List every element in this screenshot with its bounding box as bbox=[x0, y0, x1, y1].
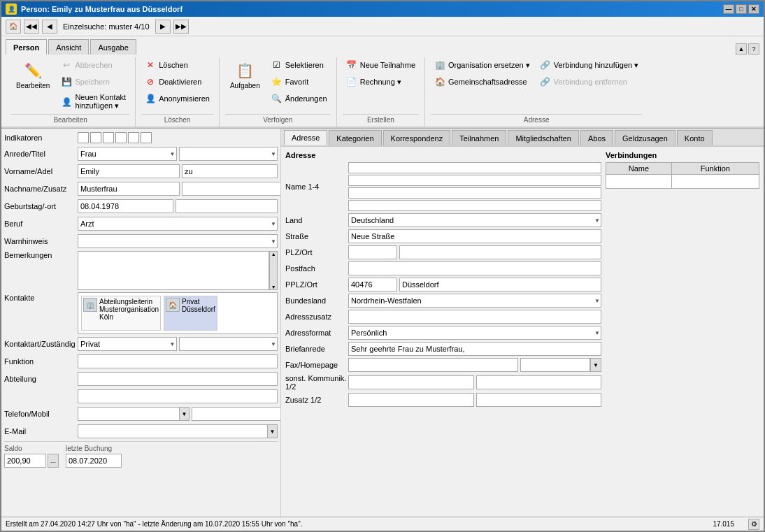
aufgaben-button[interactable]: 📋 Aufgaben bbox=[225, 57, 265, 92]
minimize-button[interactable]: — bbox=[723, 4, 734, 14]
nachname-zusatz-input[interactable] bbox=[182, 182, 281, 196]
neuen-kontakt-button[interactable]: 👤 Neuen Kontakthinzufügen ▾ bbox=[57, 91, 129, 113]
kontakt-item-1[interactable]: 🏢 Abteilungsleiterin Musterorganisation … bbox=[81, 296, 161, 331]
menu-tab-ausgabe[interactable]: Ausgabe bbox=[90, 39, 136, 55]
tab-mitgliedschaften[interactable]: Mitgliedschaften bbox=[508, 130, 579, 145]
kontakt-item-2[interactable]: 🏠 Privat Düsseldorf bbox=[164, 296, 217, 331]
tab-bar: Adresse Kategorien Korrespondenz Teilnah… bbox=[281, 129, 764, 147]
kontaktart-select[interactable]: Privat bbox=[78, 337, 177, 351]
home-button[interactable]: 🏠 bbox=[6, 20, 21, 34]
prev-button[interactable]: ◀ bbox=[42, 20, 57, 34]
geburtstag-input[interactable] bbox=[78, 199, 173, 213]
email-dropdown[interactable]: ▼ bbox=[268, 424, 278, 438]
tab-adresse[interactable]: Adresse bbox=[284, 130, 327, 145]
geburtsort-input[interactable] bbox=[176, 199, 278, 213]
titel-select[interactable] bbox=[179, 147, 278, 161]
erstellen-label: Erstellen bbox=[343, 114, 419, 124]
verbindung-hinzu-button[interactable]: 🔗 Verbindung hinzufügen ▾ bbox=[536, 57, 643, 73]
funktion-input[interactable] bbox=[78, 354, 278, 368]
end-button[interactable]: ▶▶ bbox=[173, 20, 189, 34]
abteilung-label: Abteilung bbox=[4, 375, 78, 383]
rechnung-button[interactable]: 📄 Rechnung ▾ bbox=[343, 74, 419, 89]
briefanrede-input[interactable] bbox=[348, 342, 601, 356]
sonst2-input[interactable] bbox=[476, 375, 602, 389]
name1-input[interactable] bbox=[348, 162, 601, 173]
help-button[interactable]: ? bbox=[748, 43, 759, 55]
saldo-input[interactable] bbox=[4, 454, 46, 468]
saldo-row: Saldo … letzte Buchung bbox=[4, 445, 278, 468]
saldo-more-button[interactable]: … bbox=[48, 454, 59, 468]
zustaendig-select[interactable] bbox=[179, 337, 278, 351]
restore-button[interactable]: □ bbox=[736, 4, 747, 14]
abteilung-input2[interactable] bbox=[78, 389, 278, 403]
land-select[interactable]: Deutschland bbox=[348, 213, 601, 227]
fax-input[interactable] bbox=[348, 358, 518, 372]
vorname-label: Vorname/Adel bbox=[4, 167, 78, 175]
name4-input[interactable] bbox=[348, 200, 601, 211]
bemerkungen-textarea[interactable] bbox=[78, 251, 269, 290]
abbrechen-button[interactable]: ↩ Abbrechen bbox=[57, 57, 129, 73]
nachname-input[interactable] bbox=[78, 182, 180, 196]
plzort-label: PLZ/Ort bbox=[285, 248, 348, 257]
tab-kategorien[interactable]: Kategorien bbox=[329, 130, 381, 145]
speichern-button[interactable]: 💾 Speichern bbox=[57, 74, 129, 89]
gemeinschaft-button[interactable]: 🏠 Gemeinschaftsadresse bbox=[431, 74, 534, 89]
scroll-up[interactable]: ▲ bbox=[270, 252, 277, 257]
name2-input[interactable] bbox=[348, 175, 601, 186]
loeschen-button[interactable]: ✕ Löschen bbox=[141, 57, 213, 73]
adresszusatz-input[interactable] bbox=[348, 310, 601, 324]
back-button[interactable]: ◀◀ bbox=[24, 20, 39, 34]
tab-korrespondenz[interactable]: Korrespondenz bbox=[383, 130, 451, 145]
port-input[interactable] bbox=[399, 278, 601, 292]
name3-input[interactable] bbox=[348, 187, 601, 199]
vorname-input[interactable] bbox=[78, 164, 180, 178]
next-button[interactable]: ▶ bbox=[155, 20, 171, 34]
saldo-block: Saldo … bbox=[4, 445, 59, 468]
bundesland-select[interactable]: Nordrhein-Westfalen bbox=[348, 294, 601, 308]
zusatz2-input[interactable] bbox=[476, 393, 602, 407]
email-input[interactable] bbox=[78, 424, 268, 438]
verfolgen-col: ☑ Selektieren ⭐ Favorit 🔍 Änderungen bbox=[268, 57, 331, 106]
tab-konto[interactable]: Konto bbox=[677, 130, 713, 145]
selektieren-button[interactable]: ☑ Selektieren bbox=[268, 57, 331, 73]
strasse-input[interactable] bbox=[348, 229, 601, 243]
sonst1-input[interactable] bbox=[348, 375, 474, 389]
telefon-input[interactable] bbox=[78, 407, 180, 421]
zusatz1-input[interactable] bbox=[348, 393, 474, 407]
tab-teilnahmen[interactable]: Teilnahmen bbox=[452, 130, 506, 145]
plz-input[interactable] bbox=[348, 245, 397, 259]
warnhinweis-select[interactable] bbox=[78, 234, 278, 248]
ort-input[interactable] bbox=[399, 245, 601, 259]
ind-box-6 bbox=[141, 132, 152, 143]
menu-tab-ansicht[interactable]: Ansicht bbox=[48, 39, 89, 55]
org-ersetzen-button[interactable]: 🏢 Organisation ersetzen ▾ bbox=[431, 57, 534, 73]
anrede-select[interactable]: Frau bbox=[78, 147, 177, 161]
beruf-select[interactable]: Arzt bbox=[78, 217, 278, 231]
verbindung-entf-button[interactable]: 🔗 Verbindung entfernen bbox=[536, 74, 643, 89]
homepage-input[interactable] bbox=[520, 358, 590, 372]
fax-dropdown-btn[interactable]: ▼ bbox=[590, 358, 601, 372]
favorit-button[interactable]: ⭐ Favorit bbox=[268, 74, 331, 89]
neue-teilnahme-button[interactable]: 📅 Neue Teilnahme bbox=[343, 57, 419, 73]
menu-tab-person[interactable]: Person bbox=[6, 39, 47, 55]
buchung-input[interactable] bbox=[66, 454, 122, 468]
deaktivieren-button[interactable]: ⊘ Deaktivieren bbox=[141, 74, 213, 89]
bearbeiten-button[interactable]: ✏️ Bearbeiten bbox=[11, 57, 55, 92]
telefon-dropdown[interactable]: ▼ bbox=[180, 407, 190, 421]
close-button[interactable]: ✕ bbox=[748, 4, 759, 14]
mobil-input[interactable] bbox=[192, 407, 281, 421]
scroll-down[interactable]: ▼ bbox=[270, 285, 277, 289]
tab-geldzusagen[interactable]: Geldzusagen bbox=[615, 130, 675, 145]
anonymisieren-button[interactable]: 👤 Anonymisieren bbox=[141, 91, 213, 106]
postfach-input[interactable] bbox=[348, 261, 601, 275]
adel-input[interactable] bbox=[182, 164, 278, 178]
tab-abos[interactable]: Abos bbox=[580, 130, 613, 145]
abteilung-input1[interactable] bbox=[78, 372, 278, 386]
pplz-input[interactable] bbox=[348, 278, 397, 292]
geburtstag-row: Geburtstag/-ort bbox=[4, 199, 278, 214]
adressformat-select[interactable]: Persönlich bbox=[348, 326, 601, 340]
aenderungen-button[interactable]: 🔍 Änderungen bbox=[268, 91, 331, 106]
tab-up-arrow[interactable]: ▲ bbox=[736, 43, 747, 55]
plzort-row: PLZ/Ort bbox=[285, 245, 601, 259]
briefanrede-label: Briefanrede bbox=[285, 345, 348, 353]
